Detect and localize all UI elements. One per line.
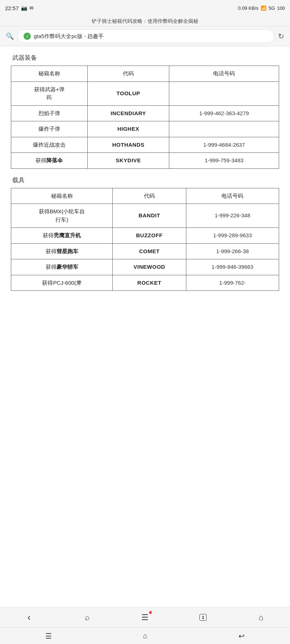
cell-phone: 1-999-289-9633 xyxy=(186,228,279,244)
notification-icon: 📷 xyxy=(21,5,27,11)
table-row: 获得豪华轿车 VINEWOOD 1-999-846-39663 xyxy=(11,259,279,275)
cell-phone: 1-999-226-348 xyxy=(186,204,279,228)
table-row: 获得秃鹰直升机 BUZZOFF 1-999-289-9633 xyxy=(11,228,279,244)
cell-code: ROCKET xyxy=(113,275,186,291)
cell-phone: 1-999-762- xyxy=(186,275,279,291)
weapons-section-title: 武器装备 xyxy=(11,54,279,62)
cell-phone: 1-999-4684-2637 xyxy=(169,137,279,153)
cell-name: 爆炸近战攻击 xyxy=(11,137,88,153)
weapons-col-code: 代码 xyxy=(87,66,169,82)
weapons-col-name: 秘籍名称 xyxy=(11,66,88,82)
battery-display: 100 xyxy=(277,5,285,11)
cell-name: 获得BMX(小轮车自行车) xyxy=(11,204,113,228)
cell-phone: 1-999-462-363-4279 xyxy=(169,105,279,121)
status-bar: 22:57 📷 ✉ 0.09 KB/s 📶 5G 100 xyxy=(0,0,290,16)
cell-code: INCENDIARY xyxy=(87,105,169,121)
table-row: 获得降落伞 SKYDIVE 1-999-759-3483 xyxy=(11,153,279,169)
page-title: 铲子骑士秘籍代码攻略：使用作弊码全解全揭秘 xyxy=(92,18,198,24)
search-button[interactable]: ⌕ xyxy=(78,611,96,624)
cell-name: 烈焰子弹 xyxy=(11,105,88,121)
wifi-icon: 📶 xyxy=(261,5,266,11)
vehicles-col-name: 秘籍名称 xyxy=(11,188,113,204)
cell-name: 获得秃鹰直升机 xyxy=(11,228,113,244)
cell-code: BUZZOFF xyxy=(113,228,186,244)
browser-address-bar[interactable]: ✓ gta5作弊码大全pc版 - 趋趣手 xyxy=(17,29,274,43)
page-title-bar: 铲子骑士秘籍代码攻略：使用作弊码全解全揭秘 xyxy=(0,16,290,26)
table-row: 获得彗星跑车 COMET 1-999-266-38 xyxy=(11,243,279,259)
refresh-icon[interactable]: ↻ xyxy=(278,32,284,41)
cell-phone: 1-999-846-39663 xyxy=(186,259,279,275)
cell-phone xyxy=(169,121,279,137)
cell-name: 获得降落伞 xyxy=(11,153,88,169)
system-menu-icon[interactable]: ☰ xyxy=(45,632,52,640)
download-speed: 0.09 KB/s xyxy=(238,5,258,11)
time-display: 22:57 xyxy=(5,5,19,11)
page-content: 武器装备 秘籍名称 代码 电话号码 获得武器+弹药 TOOLUP 烈焰子弹 IN… xyxy=(0,54,290,349)
network-type: 5G xyxy=(269,5,275,11)
system-nav-bar: ☰ ⌂ ↩ xyxy=(0,627,290,644)
table-row: 获得武器+弹药 TOOLUP xyxy=(11,81,279,105)
back-button[interactable]: ‹ xyxy=(20,611,38,624)
system-home-icon[interactable]: ⌂ xyxy=(143,632,147,640)
browser-bar: 🔍 ✓ gta5作弊码大全pc版 - 趋趣手 ↻ xyxy=(0,26,290,46)
cell-phone xyxy=(169,81,279,105)
table-row: 爆炸子弹 HIGHEX xyxy=(11,121,279,137)
vehicles-col-code: 代码 xyxy=(113,188,186,204)
table-row: 烈焰子弹 INCENDIARY 1-999-462-363-4279 xyxy=(11,105,279,121)
cell-phone: 1-999-759-3483 xyxy=(169,153,279,169)
cell-code: HOTHANDS xyxy=(87,137,169,153)
vehicles-table: 秘籍名称 代码 电话号码 获得BMX(小轮车自行车) BANDIT 1-999-… xyxy=(11,188,279,291)
cell-code: TOOLUP xyxy=(87,81,169,105)
tabs-button[interactable]: 1 xyxy=(194,611,212,624)
system-back-icon[interactable]: ↩ xyxy=(239,632,245,640)
weapons-table: 秘籍名称 代码 电话号码 获得武器+弹药 TOOLUP 烈焰子弹 INCENDI… xyxy=(11,66,279,169)
cell-name: 获得彗星跑车 xyxy=(11,243,113,259)
table-row: 爆炸近战攻击 HOTHANDS 1-999-4684-2637 xyxy=(11,137,279,153)
cell-name: 获得武器+弹药 xyxy=(11,81,88,105)
cell-code: VINEWOOD xyxy=(113,259,186,275)
vehicles-section-title: 载具 xyxy=(11,176,279,184)
bottom-nav-bar: ‹ ⌕ ☰ 1 ⌂ xyxy=(0,607,290,627)
cell-code: SKYDIVE xyxy=(87,153,169,169)
browser-search-icon[interactable]: 🔍 xyxy=(6,32,14,40)
weapons-col-phone: 电话号码 xyxy=(169,66,279,82)
address-text[interactable]: gta5作弊码大全pc版 - 趋趣手 xyxy=(34,33,268,40)
table-row: 获得PCJ-600(摩 ROCKET 1-999-762- xyxy=(11,275,279,291)
menu-badge xyxy=(149,611,152,614)
cell-name: 获得PCJ-600(摩 xyxy=(11,275,113,291)
home-button[interactable]: ⌂ xyxy=(252,611,270,624)
menu-button[interactable]: ☰ xyxy=(136,611,154,624)
cell-name: 获得豪华轿车 xyxy=(11,259,113,275)
tab-count[interactable]: 1 xyxy=(199,614,206,621)
cell-phone: 1-999-266-38 xyxy=(186,243,279,259)
vehicles-col-phone: 电话号码 xyxy=(186,188,279,204)
cell-code: COMET xyxy=(113,243,186,259)
mail-icon: ✉ xyxy=(29,5,34,11)
security-shield-icon: ✓ xyxy=(24,33,31,40)
cell-code: HIGHEX xyxy=(87,121,169,137)
cell-name: 爆炸子弹 xyxy=(11,121,88,137)
table-row: 获得BMX(小轮车自行车) BANDIT 1-999-226-348 xyxy=(11,204,279,228)
cell-code: BANDIT xyxy=(113,204,186,228)
